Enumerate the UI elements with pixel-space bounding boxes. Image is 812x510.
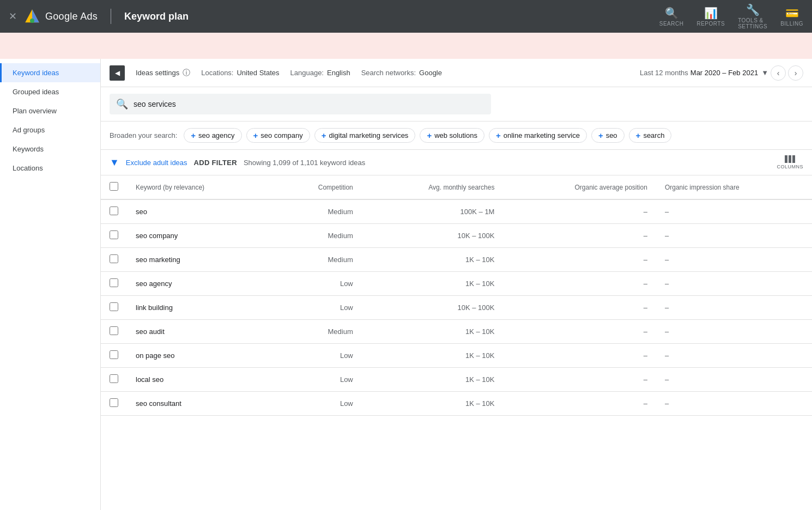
broaden-chip-search[interactable]: + search	[629, 128, 672, 143]
table-row: seo agency Low 1K – 10K – –	[101, 272, 812, 296]
row-organic-avg: –	[503, 320, 656, 344]
networks-setting[interactable]: Search networks: Google	[361, 69, 442, 77]
search-nav-label: SEARCH	[659, 21, 684, 27]
reports-nav-label: REPORTS	[696, 21, 725, 27]
header-organic-impression[interactable]: Organic impression share	[656, 175, 812, 199]
networks-label: Search networks:	[361, 69, 416, 77]
settings-info-icon: ⓘ	[183, 68, 190, 78]
location-setting[interactable]: Locations: United States	[201, 69, 279, 77]
table-header-row: Keyword (by relevance) Competition Avg. …	[101, 175, 812, 199]
date-range-value: Mar 2020 – Feb 2021	[690, 69, 758, 77]
table-row: seo marketing Medium 1K – 10K – –	[101, 248, 812, 272]
sidebar-item-ad-groups[interactable]: Ad groups	[0, 120, 100, 139]
row-checkbox-2[interactable]	[110, 254, 118, 263]
row-organic-impression: –	[656, 320, 812, 344]
chip-label-search: search	[643, 131, 664, 139]
chip-label-web-solutions: web solutions	[434, 131, 477, 139]
row-organic-avg: –	[503, 296, 656, 320]
main-content: ◀ Ideas settings ⓘ Locations: United Sta…	[101, 59, 812, 510]
search-nav-icon: 🔍	[665, 7, 678, 20]
header-avg-monthly[interactable]: Avg. monthly searches	[362, 175, 504, 199]
billing-nav-button[interactable]: 💳 BILLING	[780, 7, 803, 27]
nav-divider	[111, 9, 111, 24]
sidebar: Keyword ideas Grouped ideas Plan overvie…	[0, 59, 101, 510]
select-all-checkbox[interactable]	[110, 182, 118, 191]
row-checkbox-0[interactable]	[110, 207, 118, 215]
billing-nav-icon: 💳	[785, 7, 799, 20]
broaden-chip-seo[interactable]: + seo	[591, 128, 625, 143]
row-checkbox-6[interactable]	[110, 350, 118, 359]
prev-date-button[interactable]: ‹	[771, 65, 786, 81]
next-date-button[interactable]: ›	[788, 65, 803, 81]
tools-nav-button[interactable]: 🔧 TOOLS &SETTINGS	[738, 3, 767, 29]
sidebar-label-locations: Locations	[13, 164, 43, 172]
row-checkbox-cell	[101, 344, 127, 368]
sidebar-item-plan-overview[interactable]: Plan overview	[0, 101, 100, 120]
broaden-chip-digital-marketing[interactable]: + digital marketing services	[314, 128, 416, 143]
row-avg-monthly: 1K – 10K	[362, 248, 504, 272]
row-organic-avg: –	[503, 199, 656, 224]
row-checkbox-7[interactable]	[110, 374, 118, 383]
chip-label-digital-marketing: digital marketing services	[329, 131, 408, 139]
row-checkbox-cell	[101, 248, 127, 272]
row-checkbox-1[interactable]	[110, 230, 118, 239]
plus-icon: +	[427, 131, 432, 140]
table-row: seo Medium 100K – 1M – –	[101, 199, 812, 224]
row-avg-monthly: 1K – 10K	[362, 272, 504, 296]
search-nav-button[interactable]: 🔍 SEARCH	[659, 7, 684, 27]
row-avg-monthly: 1K – 10K	[362, 368, 504, 392]
row-checkbox-cell	[101, 199, 127, 224]
table-row: seo company Medium 10K – 100K – –	[101, 224, 812, 248]
chip-label-seo-company: seo company	[260, 131, 302, 139]
sidebar-item-keyword-ideas[interactable]: Keyword ideas	[0, 63, 100, 82]
date-range-picker[interactable]: Mar 2020 – Feb 2021 ▼	[690, 69, 768, 77]
reports-nav-icon: 📊	[704, 7, 718, 20]
reports-nav-button[interactable]: 📊 REPORTS	[696, 7, 725, 27]
header-keyword[interactable]: Keyword (by relevance)	[127, 175, 273, 199]
header-competition[interactable]: Competition	[273, 175, 362, 199]
table-row: link building Low 10K – 100K – –	[101, 296, 812, 320]
row-organic-impression: –	[656, 272, 812, 296]
row-competition: Low	[273, 272, 362, 296]
row-checkbox-4[interactable]	[110, 302, 118, 311]
columns-label: COLUMNS	[777, 164, 803, 169]
row-organic-avg: –	[503, 392, 656, 416]
row-checkbox-3[interactable]	[110, 278, 118, 287]
language-setting[interactable]: Language: English	[290, 69, 350, 77]
close-button[interactable]: ✕	[9, 11, 17, 21]
row-checkbox-cell	[101, 392, 127, 416]
sidebar-item-locations[interactable]: Locations	[0, 159, 100, 178]
add-filter-button[interactable]: ADD FILTER	[194, 159, 237, 167]
keywords-table: Keyword (by relevance) Competition Avg. …	[101, 175, 812, 416]
row-checkbox-8[interactable]	[110, 398, 118, 407]
search-bar-wrapper: 🔍	[101, 87, 812, 122]
collapse-button[interactable]: ◀	[110, 65, 125, 81]
row-avg-monthly: 10K – 100K	[362, 296, 504, 320]
chip-label-seo: seo	[606, 131, 617, 139]
plus-icon: +	[253, 131, 258, 140]
plus-icon: +	[496, 131, 501, 140]
broaden-chip-seo-company[interactable]: + seo company	[246, 128, 310, 143]
exclude-adult-link[interactable]: Exclude adult ideas	[126, 159, 187, 167]
broaden-chip-web-solutions[interactable]: + web solutions	[420, 128, 484, 143]
keyword-search-bar: 🔍	[110, 94, 491, 114]
columns-button[interactable]: COLUMNS	[777, 155, 803, 169]
row-checkbox-cell	[101, 368, 127, 392]
filter-bar: ▼ Exclude adult ideas ADD FILTER Showing…	[101, 150, 812, 175]
nav-actions: 🔍 SEARCH 📊 REPORTS 🔧 TOOLS &SETTINGS 💳 B…	[659, 3, 803, 29]
billing-nav-label: BILLING	[780, 21, 803, 27]
sidebar-item-grouped-ideas[interactable]: Grouped ideas	[0, 82, 100, 101]
filter-icon: ▼	[110, 157, 119, 168]
row-keyword: seo agency	[127, 272, 273, 296]
broaden-chip-online-marketing[interactable]: + online marketing service	[489, 128, 587, 143]
keyword-search-input[interactable]	[134, 100, 484, 108]
sidebar-item-keywords[interactable]: Keywords	[0, 139, 100, 159]
google-ads-logo-icon	[23, 8, 41, 25]
header-organic-avg-pos[interactable]: Organic average position	[503, 175, 656, 199]
broaden-chip-seo-agency[interactable]: + seo agency	[184, 128, 241, 143]
settings-bar: ◀ Ideas settings ⓘ Locations: United Sta…	[101, 59, 812, 87]
sidebar-label-ad-groups: Ad groups	[13, 126, 45, 134]
plus-icon: +	[191, 131, 196, 140]
row-checkbox-5[interactable]	[110, 326, 118, 335]
row-organic-avg: –	[503, 272, 656, 296]
